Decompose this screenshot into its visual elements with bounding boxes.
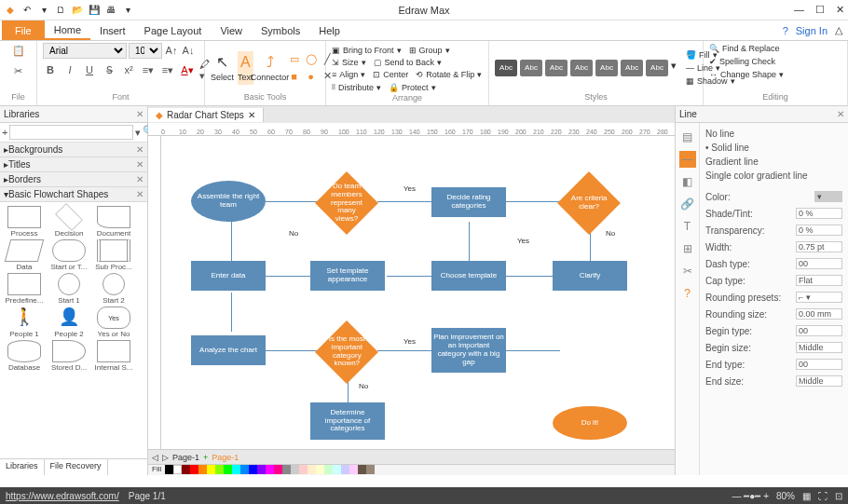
fullscreen-icon[interactable]: ⛶ (818, 491, 827, 501)
tab-libraries[interactable]: Libraries (0, 459, 45, 475)
connector[interactable] (377, 350, 431, 351)
shape-people2[interactable]: 👤People 2 (48, 306, 89, 338)
size[interactable]: ⇲ Size ▾ (332, 57, 366, 68)
swatch[interactable] (240, 465, 249, 474)
style-thumb-5[interactable]: Abc (595, 60, 618, 76)
line-tool-icon[interactable]: — (679, 151, 696, 168)
font-size-select[interactable]: 10 (129, 43, 162, 59)
canvas[interactable]: Assemble the right team Do team members … (161, 136, 675, 449)
style-thumb-1[interactable]: Abc (495, 60, 517, 76)
close-icon[interactable]: ✕ (836, 4, 844, 16)
node-criteria-clear[interactable]: Are criteria clear? (557, 171, 621, 235)
styles-more-icon[interactable]: ▾ (671, 60, 677, 76)
shape-process[interactable]: Process (4, 206, 45, 238)
page-1-alt[interactable]: Page-1 (212, 453, 239, 462)
swatch[interactable] (249, 465, 257, 474)
print-icon[interactable]: 🖶 (104, 4, 117, 17)
swatch[interactable] (291, 465, 299, 474)
connector[interactable] (266, 201, 320, 202)
swatch[interactable] (224, 465, 232, 474)
ruler-tool-icon[interactable]: ⊞ (679, 240, 696, 257)
node-enter-data[interactable]: Enter data (191, 261, 266, 291)
lib-cat-flowchart[interactable]: ▾ Basic Flowchart Shapes✕ (0, 187, 147, 202)
node-do-it[interactable]: Do it! (553, 406, 627, 440)
swatch[interactable] (266, 465, 274, 474)
open-icon[interactable]: 📂 (71, 4, 84, 17)
node-plan-improvement[interactable]: Plan improvement on an important categor… (431, 328, 506, 373)
swatch[interactable] (165, 465, 173, 474)
shape-document[interactable]: Document (93, 206, 134, 238)
swatch[interactable] (341, 465, 349, 474)
swatch[interactable] (324, 465, 333, 474)
line-panel-close-icon[interactable]: ✕ (837, 109, 844, 119)
cap-value[interactable]: Flat (796, 275, 842, 286)
dash-value[interactable]: 00 (796, 258, 842, 269)
node-choose-template[interactable]: Choose template (431, 261, 506, 291)
line-type-no-line[interactable]: No line (705, 127, 842, 141)
shape-data[interactable]: Data (4, 239, 45, 271)
grow-font-icon[interactable]: A↑ (164, 43, 179, 58)
etype-value[interactable]: 00 (796, 359, 842, 370)
zoom-slider[interactable]: — ━●━ + (732, 491, 769, 501)
preview-icon[interactable]: ▾ (121, 4, 134, 17)
shape-start2[interactable]: Start 2 (93, 273, 134, 305)
send-to-back[interactable]: ▢ Send to Back ▾ (374, 57, 443, 68)
shape-predefined[interactable]: Predefine... (4, 273, 45, 305)
style-thumb-7[interactable]: Abc (646, 60, 668, 76)
protect[interactable]: 🔒 Protect ▾ (389, 82, 436, 93)
libraries-close-icon[interactable]: ✕ (136, 109, 144, 119)
swatch[interactable] (316, 465, 324, 474)
node-determine-importance[interactable]: Determine importance of categories (310, 402, 385, 440)
connector[interactable] (231, 293, 232, 332)
node-decide-rating[interactable]: Decide rating categories (431, 187, 506, 217)
shrink-font-icon[interactable]: A↓ (181, 43, 196, 58)
connector[interactable] (377, 201, 431, 202)
fill-rect-icon[interactable]: ■ (287, 69, 302, 84)
style-thumb-6[interactable]: Abc (621, 60, 643, 76)
connector[interactable] (506, 350, 560, 351)
swatch[interactable] (207, 465, 215, 474)
library-search-input[interactable] (9, 125, 133, 140)
page-next-icon[interactable]: ▷ (162, 453, 169, 462)
node-analyze[interactable]: Analyze the chart (191, 335, 266, 365)
file-menu[interactable]: File (2, 20, 45, 40)
swatch[interactable] (198, 465, 207, 474)
add-library-icon[interactable]: + (2, 125, 7, 140)
font-name-select[interactable]: Arial (43, 43, 127, 59)
connector[interactable] (266, 350, 320, 351)
collapse-ribbon-icon[interactable]: △ (835, 24, 842, 36)
style-thumb-4[interactable]: Abc (570, 60, 593, 76)
status-url[interactable]: https://www.edrawsoft.com/ (6, 491, 119, 501)
paste-icon[interactable]: 📋 (11, 43, 26, 58)
width-value[interactable]: 0.75 pt (796, 241, 842, 252)
shape-internal-storage[interactable]: Internal S... (93, 340, 134, 372)
change-shape[interactable]: ↔ Change Shape ▾ (709, 69, 784, 80)
shape-start1[interactable]: Start 1 (48, 273, 89, 305)
fill-circle-icon[interactable]: ● (304, 69, 319, 84)
shape-decision[interactable]: Decision (48, 206, 89, 238)
swatch[interactable] (349, 465, 358, 474)
line-type-solid[interactable]: • Solid line (705, 141, 842, 155)
strike-icon[interactable]: S̶ (102, 62, 116, 77)
dropdown-icon[interactable]: ▾ (135, 125, 141, 140)
doc-tab-radar[interactable]: ◆Radar Chart Steps✕ (148, 108, 264, 122)
esize-value[interactable]: Middle (796, 375, 842, 387)
swatch[interactable] (308, 465, 316, 474)
shape-start[interactable]: Start or T... (48, 239, 89, 271)
help-tool-icon[interactable]: ? (679, 285, 696, 302)
tab-file-recovery[interactable]: File Recovery (45, 459, 108, 475)
trans-value[interactable]: 0 % (796, 225, 842, 236)
ellipse-shape-icon[interactable]: ◯ (304, 52, 319, 67)
swatch[interactable] (333, 465, 341, 474)
shape-database[interactable]: Database (4, 340, 45, 372)
text-tool-icon[interactable]: T (679, 218, 696, 235)
line-type-single-gradient[interactable]: Single color gradient line (705, 169, 842, 188)
view-mode-icon[interactable]: ▦ (802, 491, 811, 501)
italic-icon[interactable]: I (62, 62, 77, 77)
connector-tool[interactable]: ⤴Connector (257, 51, 283, 85)
tab-symbols[interactable]: Symbols (252, 20, 309, 40)
node-set-template[interactable]: Set template appearance (310, 261, 385, 291)
node-team-views[interactable]: Do team members represent many views? (315, 171, 378, 235)
tab-page-layout[interactable]: Page Layout (135, 20, 212, 40)
rpresets-value[interactable]: ⌐ ▾ (796, 292, 842, 303)
